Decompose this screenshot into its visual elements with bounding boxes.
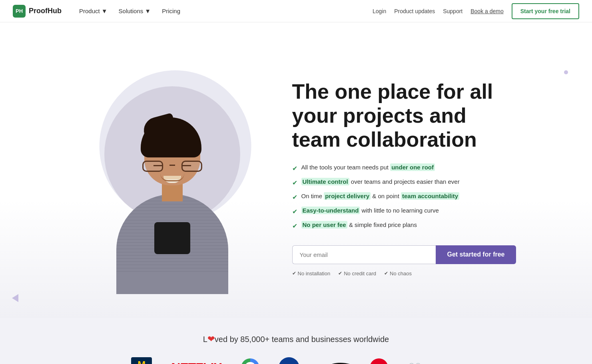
- highlight-5: No per user fee: [301, 221, 347, 229]
- brand-name: ProofHub: [29, 7, 62, 15]
- feature-item-2: ✔ Ultimate control over teams and projec…: [292, 177, 516, 188]
- nav-login[interactable]: Login: [373, 8, 386, 14]
- google-logo: G: [241, 357, 259, 364]
- mini-check-icon-3: ✔: [384, 271, 388, 276]
- chevron-down-icon: ▼: [145, 8, 151, 14]
- hero-image: [76, 62, 268, 294]
- logo[interactable]: PH ProofHub: [13, 5, 62, 18]
- hero-title: The one place for all your projects and …: [292, 80, 516, 151]
- nav-pricing[interactable]: Pricing: [157, 4, 185, 18]
- brand-logos-row: M MICHIGANMEDICINE NETFLIX G NASA: [16, 357, 576, 364]
- chevron-down-icon: ▼: [102, 8, 108, 14]
- tripadvisor-logo: 👀 tripadvisor: [407, 357, 461, 364]
- check-icon-3: ✔: [292, 193, 297, 202]
- hero-cta-row: Get started for free: [292, 245, 516, 264]
- mini-check-icon-2: ✔: [338, 271, 342, 276]
- mini-check-icon-1: ✔: [292, 271, 296, 276]
- nike-logo: [319, 357, 351, 364]
- nav-right-links: Login Product updates Support Book a dem…: [373, 8, 504, 14]
- email-input[interactable]: [292, 245, 436, 264]
- logo-icon: PH: [13, 5, 26, 18]
- highlight-3b: team accountability: [401, 192, 459, 200]
- nav-book-demo[interactable]: Book a demo: [470, 8, 504, 14]
- nav-solutions[interactable]: Solutions ▼: [114, 4, 156, 18]
- feature-item-5: ✔ No per user fee & simple fixed price p…: [292, 221, 516, 231]
- nav-support[interactable]: Support: [443, 8, 462, 14]
- hero-sub-notes: ✔ No installation ✔ No credit card ✔ No …: [292, 271, 516, 276]
- nav-product-updates[interactable]: Product updates: [394, 8, 435, 14]
- highlight-3a: project delivery: [324, 192, 371, 200]
- check-icon-4: ✔: [292, 207, 297, 217]
- logo-icon-text: PH: [16, 8, 23, 14]
- nav-right: Login Product updates Support Book a dem…: [373, 3, 579, 19]
- netflix-logo: NETFLIX: [171, 357, 221, 364]
- nav-links: Product ▼ Solutions ▼ Pricing: [74, 4, 185, 18]
- sub-no-installation: ✔ No installation: [292, 271, 331, 276]
- triangle-decoration: [12, 294, 18, 302]
- nav-left: PH ProofHub Product ▼ Solutions ▼ Pricin…: [13, 4, 185, 18]
- highlight-2: Ultimate control: [301, 178, 349, 185]
- feature-item-3: ✔ On time project delivery & on point te…: [292, 192, 516, 202]
- loved-text: L❤ved by 85,000+ teams and businesses wo…: [16, 334, 576, 344]
- hero-content: The one place for all your projects and …: [268, 80, 516, 276]
- check-icon-2: ✔: [292, 178, 297, 188]
- michigan-logo: M MICHIGANMEDICINE: [131, 357, 152, 364]
- navbar: PH ProofHub Product ▼ Solutions ▼ Pricin…: [0, 0, 592, 22]
- nav-product[interactable]: Product ▼: [74, 4, 112, 18]
- dot-decoration: [564, 70, 568, 74]
- get-started-button[interactable]: Get started for free: [436, 245, 516, 264]
- sub-no-chaos: ✔ No chaos: [384, 271, 412, 276]
- highlight-4: Easy-to-understand: [301, 207, 360, 214]
- feature-item-4: ✔ Easy-to-understand with little to no l…: [292, 206, 516, 217]
- loved-section: L❤ved by 85,000+ teams and businesses wo…: [0, 318, 592, 364]
- start-trial-button[interactable]: Start your free trial: [512, 3, 579, 19]
- heart-icon: ❤: [207, 334, 215, 344]
- sub-no-credit-card: ✔ No credit card: [338, 271, 376, 276]
- pinterest-logo: P: [370, 357, 388, 364]
- highlight-1: under one roof: [390, 163, 435, 171]
- tripadvisor-owls-icon: 👀: [407, 361, 422, 364]
- hero-section: The one place for all your projects and …: [0, 22, 592, 318]
- check-icon-5: ✔: [292, 221, 297, 231]
- hero-features-list: ✔ All the tools your team needs put unde…: [292, 163, 516, 231]
- check-icon-1: ✔: [292, 164, 297, 173]
- nike-swoosh-svg: [319, 359, 351, 364]
- feature-item-1: ✔ All the tools your team needs put unde…: [292, 163, 516, 173]
- nasa-logo: NASA: [279, 357, 299, 364]
